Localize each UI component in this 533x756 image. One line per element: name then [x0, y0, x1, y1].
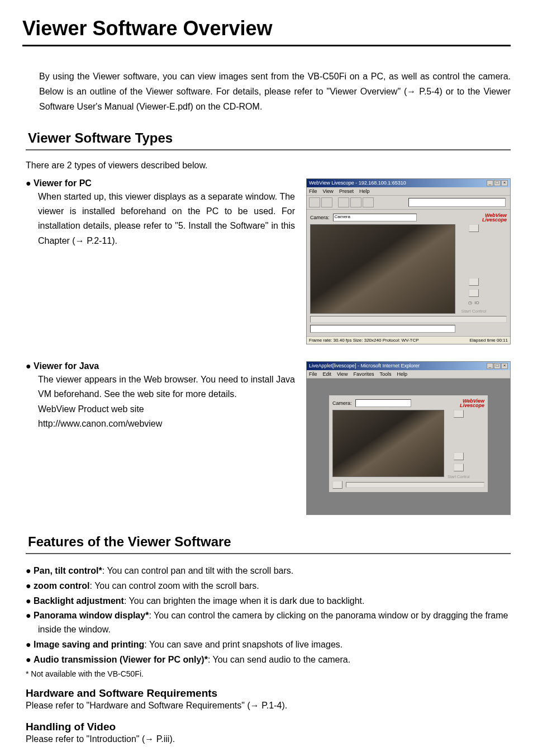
window-titlebar: WebView Livescope - 192.168.100.1:65310 …: [307, 179, 510, 187]
status-left: Frame rate: 30.40 fps Size: 320x240 Prot…: [309, 338, 419, 343]
toolbar-button: [309, 197, 320, 207]
toolbar-button: [321, 197, 332, 207]
start-control-label: Start Control: [461, 309, 487, 314]
feature-list: ● Pan, tilt control*: You can control pa…: [26, 564, 511, 667]
section-heading-types: Viewer Software Types: [26, 128, 511, 150]
minimize-icon: _: [487, 363, 493, 369]
close-icon: ×: [501, 180, 508, 186]
menu-preset: Preset: [339, 188, 354, 194]
status-right: Elapsed time 00:11: [470, 338, 508, 343]
toolbar-combo: [408, 198, 506, 207]
feature-item: ● Image saving and printing: You can sav…: [26, 638, 511, 652]
menu-help: Help: [359, 188, 370, 194]
sub-heading-hardware: Hardware and Software Requirements: [26, 687, 511, 700]
menu-view: View: [323, 188, 334, 194]
feature-note: * Not available with the VB-C50Fi.: [26, 669, 511, 678]
menu-help: Help: [397, 371, 407, 377]
panorama-icon: [454, 452, 464, 460]
menu-edit: Edit: [323, 371, 332, 377]
toolbar-button: [350, 197, 361, 207]
toolbar: [307, 196, 510, 210]
status-bar: Frame rate: 30.40 fps Size: 320x240 Prot…: [307, 336, 510, 344]
sub-heading-video: Handling of Video: [26, 721, 511, 733]
video-preview: [332, 410, 444, 477]
maximize-icon: □: [494, 180, 501, 186]
pan-scrollbar: [310, 316, 507, 323]
intro-paragraph: By using the Viewer software, you can vi…: [39, 69, 511, 115]
feature-item: ● Panorama window display*: You can cont…: [26, 609, 511, 637]
start-control-label: Start Control: [448, 475, 469, 479]
feature-item: ● Backlight adjustment: You can brighten…: [26, 594, 511, 608]
viewer-java-url: http://www.canon.com/webview: [38, 417, 295, 431]
browser-titlebar: LiveApplet[livescope] - Microsoft Intern…: [307, 362, 510, 370]
panorama-icon: [469, 278, 479, 286]
webview-logo: WebView Livescope: [460, 399, 484, 408]
browser-title: LiveApplet[livescope] - Microsoft Intern…: [309, 363, 420, 368]
menu-file: File: [309, 371, 317, 377]
menu-favorites: Favorites: [353, 371, 374, 377]
camera-label: Camera:: [310, 215, 330, 220]
minimize-icon: _: [487, 180, 493, 186]
maximize-icon: □: [494, 363, 501, 369]
close-icon: ×: [501, 363, 508, 369]
feature-item: ● Pan, tilt control*: You can control pa…: [26, 564, 511, 578]
menu-tools: Tools: [379, 371, 391, 377]
window-title: WebView Livescope - 192.168.100.1:65310: [309, 180, 406, 186]
menubar: File View Preset Help: [307, 187, 510, 196]
menu-file: File: [309, 188, 317, 194]
viewer-java-body-2: WebView Product web site: [38, 402, 295, 417]
title-divider: [22, 45, 511, 46]
webview-logo: WebView Livescope: [482, 213, 507, 222]
feature-item: ● Audio transmission (Viewer for PC only…: [26, 653, 511, 667]
zoom-icon: [454, 410, 464, 418]
backlight-icon: [454, 464, 464, 471]
zoom-icon: [469, 224, 479, 232]
io-label: IO: [474, 300, 479, 305]
bottom-combo: [310, 325, 455, 333]
viewer-java-heading: ● Viewer for Java: [26, 361, 295, 371]
viewer-pc-heading: ● Viewer for PC: [26, 178, 295, 188]
screenshot-viewer-pc: WebView Livescope - 192.168.100.1:65310 …: [306, 178, 511, 344]
section-heading-features: Features of the Viewer Software: [26, 532, 511, 554]
audio-icon: [332, 481, 342, 489]
pan-scrollbar: [346, 482, 484, 488]
video-preview: [310, 224, 455, 314]
camera-select: [355, 399, 411, 407]
clock-icon: ◷: [468, 300, 472, 305]
sub-body-hardware: Please refer to "Hardware and Software R…: [26, 701, 511, 711]
page-title: Viewer Software Overview: [22, 17, 511, 40]
feature-item: ● zoom control: You can control zoom wit…: [26, 579, 511, 593]
menu-view: View: [337, 371, 348, 377]
types-intro: There are 2 types of viewers described b…: [26, 160, 511, 171]
viewer-pc-body: When started up, this viewer displays as…: [38, 190, 295, 249]
browser-menubar: File Edit View Favorites Tools Help: [307, 370, 510, 379]
sub-body-video: Please refer to "Introduction" (→ P.iii)…: [26, 734, 511, 744]
toolbar-button: [338, 197, 349, 207]
camera-label: Camera:: [332, 400, 352, 406]
toolbar-button: [363, 197, 374, 207]
camera-select: Camera: [333, 214, 417, 221]
viewer-java-body-1: The viewer appears in the Web browser. Y…: [38, 372, 295, 402]
backlight-icon: [469, 289, 479, 297]
screenshot-viewer-java: LiveApplet[livescope] - Microsoft Intern…: [306, 361, 511, 515]
